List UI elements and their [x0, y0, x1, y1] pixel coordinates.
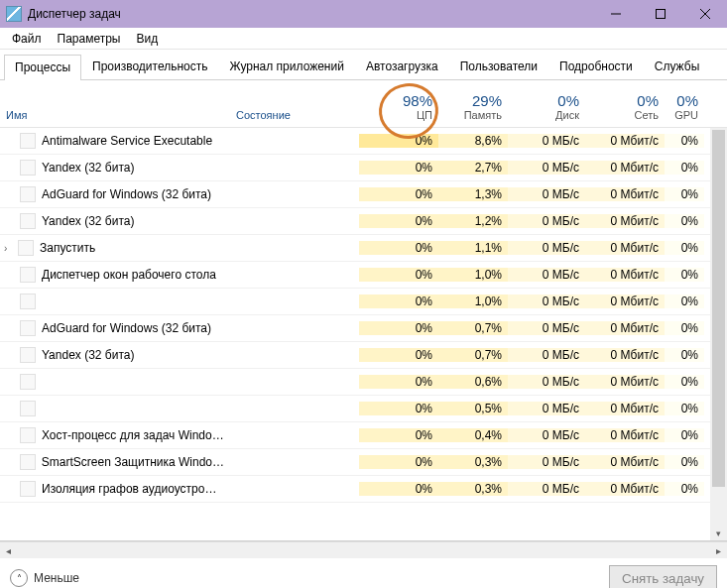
cell-name: Изоляция графов аудиоустро…: [0, 481, 230, 497]
cell-disk: 0 МБ/с: [508, 455, 585, 469]
table-row[interactable]: 0%0,5%0 МБ/с0 Мбит/с0%: [0, 396, 727, 422]
process-icon: [20, 320, 36, 336]
menu-view[interactable]: Вид: [128, 29, 166, 49]
cell-gpu: 0%: [665, 375, 704, 389]
header-gpu[interactable]: 0%GPU: [665, 80, 704, 127]
cell-gpu: 0%: [665, 134, 704, 148]
scroll-left-icon[interactable]: ◂: [0, 542, 17, 559]
header-cpu[interactable]: 98%ЦП: [359, 80, 438, 127]
vertical-scrollbar[interactable]: ▾: [710, 128, 727, 541]
tab-processes[interactable]: Процессы: [4, 55, 81, 80]
process-name: AdGuard for Windows (32 бита): [42, 187, 211, 201]
process-name: Хост-процесс для задач Windo…: [42, 428, 224, 442]
table-row[interactable]: 0%1,0%0 МБ/с0 Мбит/с0%: [0, 289, 727, 315]
cell-gpu: 0%: [665, 402, 704, 415]
table-row[interactable]: Хост-процесс для задач Windo…0%0,4%0 МБ/…: [0, 422, 727, 449]
header-state[interactable]: Состояние: [230, 80, 359, 127]
process-icon: [20, 160, 36, 176]
cell-name: AdGuard for Windows (32 бита): [0, 320, 230, 336]
cell-memory: 1,1%: [438, 241, 508, 255]
menu-file[interactable]: Файл: [4, 29, 50, 49]
cell-gpu: 0%: [665, 268, 704, 282]
header-name[interactable]: Имя: [0, 80, 230, 127]
table-row[interactable]: 0%0,6%0 МБ/с0 Мбит/с0%: [0, 369, 727, 396]
horizontal-scrollbar[interactable]: ◂ ▸: [0, 541, 727, 558]
close-button[interactable]: [682, 0, 727, 28]
minimize-button[interactable]: [593, 0, 638, 28]
tab-details[interactable]: Подробности: [548, 54, 644, 79]
scrollbar-track[interactable]: [17, 542, 710, 559]
cell-network: 0 Мбит/с: [585, 428, 665, 442]
fewer-details-button[interactable]: ˄ Меньше: [10, 569, 79, 587]
cell-network: 0 Мбит/с: [585, 348, 665, 362]
cell-disk: 0 МБ/с: [508, 187, 585, 201]
process-name: AdGuard for Windows (32 бита): [42, 321, 211, 335]
scroll-right-icon[interactable]: ▸: [710, 542, 727, 559]
table-row[interactable]: Antimalware Service Executable0%8,6%0 МБ…: [0, 128, 727, 155]
table-row[interactable]: ›Запустить0%1,1%0 МБ/с0 Мбит/с0%: [0, 235, 727, 262]
process-name: Yandex (32 бита): [42, 161, 134, 175]
end-task-button[interactable]: Снять задачу: [609, 565, 717, 589]
cell-disk: 0 МБ/с: [508, 348, 585, 362]
cell-name: ›Запустить: [0, 240, 230, 256]
process-icon: [20, 186, 36, 202]
table-row[interactable]: AdGuard for Windows (32 бита)0%0,7%0 МБ/…: [0, 315, 727, 342]
table-row[interactable]: Изоляция графов аудиоустро…0%0,3%0 МБ/с0…: [0, 476, 727, 503]
cell-network: 0 Мбит/с: [585, 375, 665, 389]
cell-cpu: 0%: [359, 428, 438, 442]
scrollbar-thumb[interactable]: [712, 130, 725, 487]
cell-memory: 8,6%: [438, 134, 508, 148]
cell-network: 0 Мбит/с: [585, 241, 665, 255]
table-row[interactable]: SmartScreen Защитника Windo…0%0,3%0 МБ/с…: [0, 449, 727, 476]
process-icon: [20, 267, 36, 283]
process-icon: [20, 294, 36, 309]
menu-options[interactable]: Параметры: [50, 29, 129, 49]
cell-disk: 0 МБ/с: [508, 214, 585, 228]
table-row[interactable]: Yandex (32 бита)0%0,7%0 МБ/с0 Мбит/с0%: [0, 342, 727, 369]
tab-startup[interactable]: Автозагрузка: [355, 54, 449, 79]
cell-gpu: 0%: [665, 294, 704, 308]
table-body[interactable]: Antimalware Service Executable0%8,6%0 МБ…: [0, 128, 727, 541]
tab-performance[interactable]: Производительность: [81, 54, 218, 79]
process-icon: [20, 454, 36, 470]
cell-cpu: 0%: [359, 268, 438, 282]
process-icon: [20, 347, 36, 363]
header-memory[interactable]: 29%Память: [438, 80, 508, 127]
fewer-label: Меньше: [34, 571, 79, 585]
cell-name: [0, 401, 230, 416]
header-network[interactable]: 0%Сеть: [585, 80, 665, 127]
titlebar[interactable]: Диспетчер задач: [0, 0, 727, 28]
process-name: Запустить: [40, 241, 95, 255]
process-name: Antimalware Service Executable: [42, 134, 212, 148]
tab-users[interactable]: Пользователи: [449, 54, 548, 79]
window-title: Диспетчер задач: [28, 7, 593, 21]
cell-cpu: 0%: [359, 214, 438, 228]
table-row[interactable]: Yandex (32 бита)0%1,2%0 МБ/с0 Мбит/с0%: [0, 208, 727, 235]
cell-memory: 2,7%: [438, 161, 508, 175]
cell-gpu: 0%: [665, 321, 704, 335]
cell-memory: 0,5%: [438, 402, 508, 415]
process-icon: [20, 481, 36, 497]
table-row[interactable]: AdGuard for Windows (32 бита)0%1,3%0 МБ/…: [0, 181, 727, 208]
process-icon: [18, 240, 34, 256]
process-name: Изоляция графов аудиоустро…: [42, 482, 216, 496]
cell-memory: 1,2%: [438, 214, 508, 228]
table-row[interactable]: Yandex (32 бита)0%2,7%0 МБ/с0 Мбит/с0%: [0, 155, 727, 181]
header-disk[interactable]: 0%Диск: [508, 80, 585, 127]
cell-disk: 0 МБ/с: [508, 375, 585, 389]
cell-network: 0 Мбит/с: [585, 321, 665, 335]
cell-disk: 0 МБ/с: [508, 268, 585, 282]
tab-services[interactable]: Службы: [644, 54, 710, 79]
cell-network: 0 Мбит/с: [585, 268, 665, 282]
table-row[interactable]: Диспетчер окон рабочего стола0%1,0%0 МБ/…: [0, 262, 727, 289]
tab-app-history[interactable]: Журнал приложений: [219, 54, 355, 79]
tabs: Процессы Производительность Журнал прило…: [0, 50, 727, 80]
process-name: Диспетчер окон рабочего стола: [42, 268, 216, 282]
cell-cpu: 0%: [359, 375, 438, 389]
maximize-button[interactable]: [638, 0, 682, 28]
scroll-down-icon[interactable]: ▾: [710, 525, 727, 541]
expand-icon[interactable]: ›: [4, 243, 18, 254]
cell-network: 0 Мбит/с: [585, 161, 665, 175]
cell-gpu: 0%: [665, 187, 704, 201]
cell-gpu: 0%: [665, 161, 704, 175]
